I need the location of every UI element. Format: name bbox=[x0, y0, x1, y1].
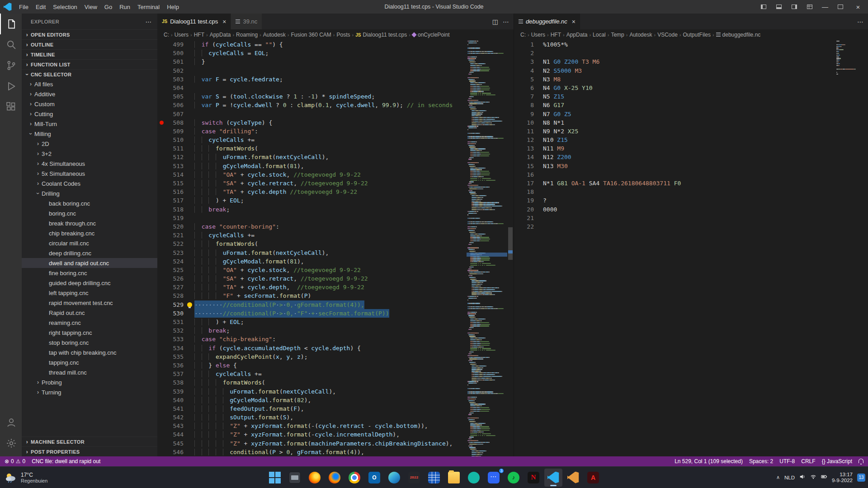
outlook-icon[interactable]: O bbox=[365, 469, 383, 487]
breadcrumb-item[interactable]: Posts bbox=[337, 32, 350, 38]
code-line[interactable]: 510 cycleCalls += bbox=[157, 136, 467, 144]
glyph-margin[interactable] bbox=[157, 352, 165, 361]
glyph-margin[interactable] bbox=[157, 422, 165, 430]
code-line[interactable]: 523 uFormat.format(nextCycleCall), bbox=[157, 249, 467, 257]
breadcrumb-item[interactable]: Autodesk bbox=[263, 32, 286, 38]
tree-item-rapid-movement-test-cnc[interactable]: rapid movement test.cnc bbox=[22, 298, 157, 308]
glyph-margin[interactable] bbox=[157, 101, 165, 109]
glyph-margin[interactable] bbox=[157, 300, 165, 309]
code-line[interactable]: 516 "TA" + cycle.depth //toegevoegd 9-9-… bbox=[157, 188, 467, 196]
battery-icon[interactable] bbox=[821, 474, 827, 482]
toggle-secondary-sidebar-icon[interactable] bbox=[787, 0, 802, 14]
glyph-margin[interactable] bbox=[157, 257, 165, 266]
breadcrumb-item[interactable]: Roaming bbox=[236, 32, 258, 38]
sidebar-section-timeline[interactable]: ›TIMELINE bbox=[22, 49, 157, 59]
code-line[interactable]: 17N*1 G81 OA-1 SA4 TA16.26180648803711 F… bbox=[514, 179, 836, 188]
tree-item-coolant-codes[interactable]: ›Coolant Codes bbox=[22, 178, 157, 188]
code-line[interactable]: 520 case "counter-boring": bbox=[157, 222, 467, 231]
tree-item-2d[interactable]: ›2D bbox=[22, 139, 157, 149]
tree-item-mill-turn[interactable]: ›Mill-Turn bbox=[22, 119, 157, 129]
menu-edit[interactable]: Edit bbox=[32, 2, 49, 12]
glyph-margin[interactable] bbox=[514, 222, 520, 231]
tree-item-cutting[interactable]: ›Cutting bbox=[22, 109, 157, 119]
glyph-margin[interactable] bbox=[514, 84, 520, 92]
code-line[interactable]: 505 var S = (tool.clockwise ? 1 : -1) * … bbox=[157, 92, 467, 101]
cursor-position-status[interactable]: Ln 529, Col 1 (109 selected) bbox=[675, 456, 743, 466]
code-line[interactable]: 545 "Z" + xyzFormat.format(machineParame… bbox=[157, 439, 467, 448]
glyph-margin[interactable] bbox=[514, 127, 520, 136]
problems-status[interactable]: ⊗ 0 ⚠ 0 bbox=[5, 456, 25, 466]
glyph-margin[interactable] bbox=[514, 101, 520, 109]
glyph-margin[interactable] bbox=[157, 309, 165, 318]
code-line[interactable]: 19? bbox=[514, 196, 836, 205]
breadcrumb-item[interactable]: debuggedfile.nc bbox=[716, 32, 761, 38]
source-control-icon[interactable] bbox=[0, 55, 22, 76]
sidebar-more-actions-icon[interactable]: ⋯ bbox=[146, 18, 152, 25]
code-line[interactable]: 2 bbox=[514, 49, 836, 57]
glyph-margin[interactable] bbox=[514, 66, 520, 75]
glyph-margin[interactable] bbox=[514, 188, 520, 196]
tree-item-stop-boring-cnc[interactable]: stop boring.cnc bbox=[22, 338, 157, 347]
code-line[interactable]: 11N9 N*2 X25 bbox=[514, 127, 836, 136]
tree-item-all-files[interactable]: ›All files bbox=[22, 79, 157, 89]
indentation-status[interactable]: Spaces: 2 bbox=[749, 456, 773, 466]
tree-item-milling[interactable]: ›Milling bbox=[22, 129, 157, 139]
eol-status[interactable]: CRLF bbox=[801, 456, 815, 466]
code-line[interactable]: 534 if (cycle.accumulatedDepth < cycle.d… bbox=[157, 344, 467, 352]
code-editor[interactable]: 1%1005*%23N1 G0 Z200 T3 M64N2 S5000 M35N… bbox=[514, 40, 836, 456]
code-line[interactable]: 9N7 G0 Z5 bbox=[514, 110, 836, 118]
tree-item-rapid-out-cnc[interactable]: Rapid out.cnc bbox=[22, 308, 157, 318]
lightbulb-icon[interactable] bbox=[187, 302, 192, 307]
glyph-margin[interactable] bbox=[514, 49, 520, 57]
sidebar-section-cnc-selector[interactable]: › CNC SELECTOR bbox=[22, 69, 157, 79]
code-line[interactable]: 522 formatWords( bbox=[157, 239, 467, 248]
code-line[interactable]: 546 conditional(P > 0, gFormat.format(4)… bbox=[157, 448, 467, 456]
code-line[interactable]: 536 } else { bbox=[157, 361, 467, 370]
tree-item-guided-deep-drilling-cnc[interactable]: guided deep drilling.cnc bbox=[22, 278, 157, 288]
code-line[interactable]: 515 "SA" + cycle.retract, //toegevoegd 9… bbox=[157, 179, 467, 188]
glyph-margin[interactable] bbox=[514, 153, 520, 161]
code-line[interactable]: 21 bbox=[514, 214, 836, 222]
code-line[interactable]: 506 var P = !cycle.dwell ? 0 : clamp(0.1… bbox=[157, 101, 467, 109]
breadcrumb-item[interactable]: Fusion 360 CAM bbox=[291, 32, 331, 38]
code-line[interactable]: 533 case "chip-breaking": bbox=[157, 335, 467, 343]
notifications-bell-icon[interactable] bbox=[859, 456, 863, 466]
code-line[interactable]: 504 bbox=[157, 84, 467, 92]
code-line[interactable]: 16 bbox=[514, 170, 836, 179]
menu-help[interactable]: Help bbox=[163, 2, 183, 12]
code-line[interactable]: 529········//conditional(P·>·0,·gFormat.… bbox=[157, 300, 467, 309]
tree-item-chip-breaking-cnc[interactable]: chip breaking.cnc bbox=[22, 228, 157, 238]
glyph-margin[interactable] bbox=[514, 214, 520, 222]
code-line[interactable]: 200000 bbox=[514, 205, 836, 214]
breadcrumb-item[interactable]: Temp bbox=[611, 32, 624, 38]
code-line[interactable]: 541 feedOutput.format(F), bbox=[157, 404, 467, 413]
sidebar-section-open-editors[interactable]: ›OPEN EDITORS bbox=[22, 29, 157, 39]
code-line[interactable]: 500 cycleCalls = EOL; bbox=[157, 49, 467, 57]
code-line[interactable]: 499 if (cycleCalls == "") { bbox=[157, 40, 467, 49]
code-line[interactable]: 543 "Z" + xyzFormat.format(-(cycle.retra… bbox=[157, 422, 467, 430]
sidebar-section-function-list[interactable]: ›FUNCTION LIST bbox=[22, 59, 157, 69]
glyph-margin[interactable] bbox=[514, 75, 520, 84]
language-status[interactable]: {} JavaScript bbox=[822, 456, 852, 466]
glyph-margin[interactable] bbox=[157, 231, 165, 239]
code-line[interactable]: 18 bbox=[514, 188, 836, 196]
tree-item-left-tapping-cnc[interactable]: left tapping.cnc bbox=[22, 288, 157, 298]
tree-item-tapping-cnc[interactable]: tapping.cnc bbox=[22, 357, 157, 367]
code-line[interactable]: 538 formatWords( bbox=[157, 378, 467, 387]
maximize-button[interactable] bbox=[833, 0, 848, 14]
menu-view[interactable]: View bbox=[81, 2, 101, 12]
close-button[interactable]: × bbox=[848, 0, 868, 14]
code-line[interactable]: 513 gCycleModal.format(81), bbox=[157, 162, 467, 170]
code-line[interactable]: 3N1 G0 Z200 T3 M6 bbox=[514, 57, 836, 66]
firefox-dev-icon[interactable] bbox=[326, 469, 344, 487]
spreadsheet-icon[interactable] bbox=[425, 469, 443, 487]
tree-item-additive[interactable]: ›Additive bbox=[22, 89, 157, 99]
glyph-margin[interactable] bbox=[157, 335, 165, 343]
breadcrumb-item[interactable]: Users bbox=[175, 32, 189, 38]
glyph-margin[interactable] bbox=[157, 40, 165, 49]
breadcrumb-item[interactable]: HFT bbox=[551, 32, 561, 38]
glyph-margin[interactable] bbox=[157, 239, 165, 248]
glyph-margin[interactable] bbox=[157, 318, 165, 326]
tree-item-probing[interactable]: ›Probing bbox=[22, 377, 157, 387]
edge-icon[interactable] bbox=[385, 469, 403, 487]
